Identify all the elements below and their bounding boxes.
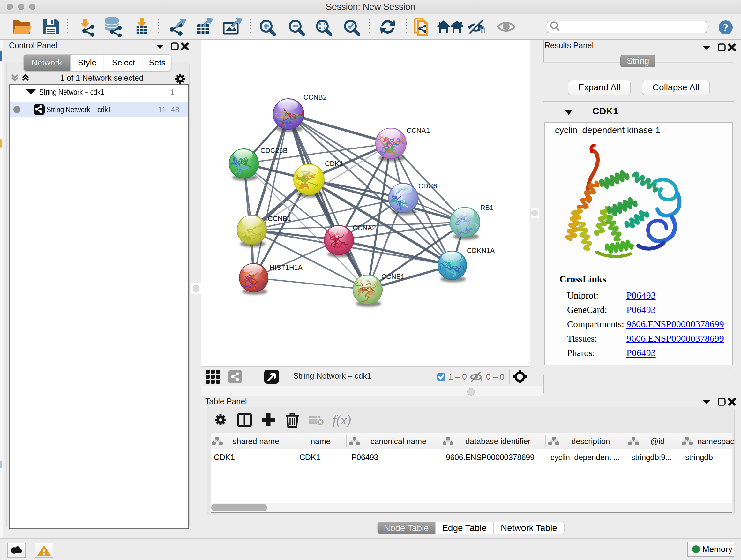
svg-text:CDC6: CDC6 — [418, 182, 437, 190]
svg-text:Memory: Memory — [702, 544, 732, 554]
svg-text:?: ? — [723, 22, 729, 34]
svg-text:CDC25B: CDC25B — [260, 147, 287, 154]
svg-text:CCNE1: CCNE1 — [381, 273, 405, 281]
svg-text:HIST1H1A: HIST1H1A — [270, 264, 302, 271]
svg-text:0 – 0: 0 – 0 — [486, 372, 504, 381]
svg-text:CDKN1A: CDKN1A — [467, 247, 495, 254]
svg-text:CCNB1: CCNB1 — [268, 215, 291, 223]
svg-text:RB1: RB1 — [480, 204, 494, 212]
svg-text:CCNA1: CCNA1 — [407, 127, 430, 134]
svg-text:CCNA2: CCNA2 — [353, 224, 376, 232]
svg-text:CDK1: CDK1 — [325, 160, 343, 168]
svg-text:CCNB2: CCNB2 — [304, 94, 327, 101]
svg-text:1 – 0: 1 – 0 — [448, 372, 467, 381]
svg-text:f(x): f(x) — [333, 413, 351, 428]
